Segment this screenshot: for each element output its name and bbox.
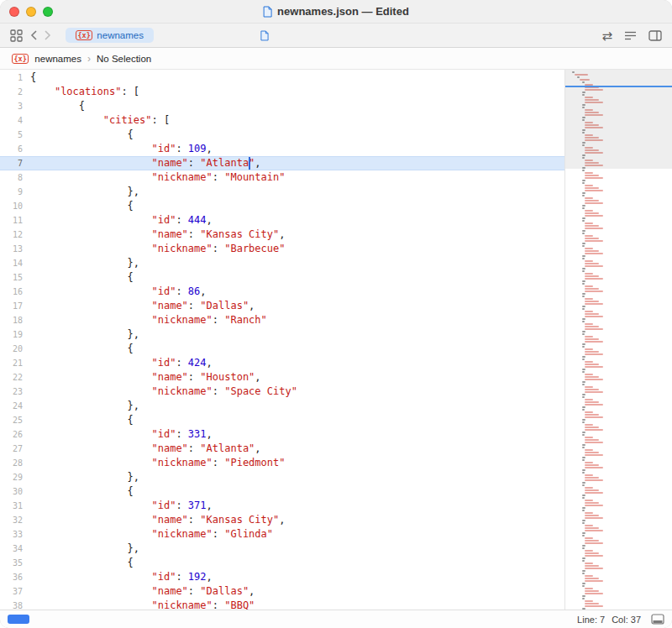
line-number: 31 [0,501,30,510]
line-number: 3 [0,102,30,111]
status-right: Line: 7 Col: 37 [577,614,664,625]
code-line[interactable]: 33 "nickname": "Glinda" [0,527,564,542]
code-line[interactable]: 21 "id": 424, [0,356,564,370]
line-number: 6 [0,144,30,154]
code-line[interactable]: 35 { [0,556,564,570]
code-line[interactable]: 13 "nickname": "Barbecue" [0,242,564,256]
code-line[interactable]: 25 { [0,413,564,427]
editor-area: 1{2 "locations": [3 {4 "cities": [5 {6 "… [0,70,672,610]
column-indicator: Col: 37 [612,615,641,625]
line-number: 25 [0,416,30,425]
line-number: 10 [0,201,30,211]
line-number: 15 [0,273,30,282]
line-number: 35 [0,558,30,568]
line-indicator: Line: 7 [577,615,605,625]
cursor-position: Line: 7 Col: 37 [577,615,641,625]
code-line[interactable]: 28 "nickname": "Piedmont" [0,456,564,470]
code-line[interactable]: 3 { [0,99,564,113]
line-number: 5 [0,130,30,139]
titlebar: newnames.json — Edited [0,0,672,24]
code-line[interactable]: 19 }, [0,327,564,342]
zoom-button[interactable] [43,7,53,17]
code-line[interactable]: 4 "cities": [ [0,113,564,128]
code-line[interactable]: 38 "nickname": "BBQ" [0,599,564,610]
code-line[interactable]: 11 "id": 444, [0,213,564,228]
source-editor[interactable]: 1{2 "locations": [3 {4 "cities": [5 {6 "… [0,70,564,610]
forward-icon[interactable] [45,30,51,40]
code-review-icon[interactable]: ⇄ [601,29,612,42]
minimap-visible-region[interactable] [565,70,672,169]
line-number: 20 [0,344,30,353]
code-line[interactable]: 30 { [0,484,564,499]
code-line[interactable]: 17 "name": "Dallas", [0,299,564,313]
line-number: 33 [0,530,30,539]
minimize-button[interactable] [26,7,36,17]
code-line[interactable]: 23 "nickname": "Space City" [0,385,564,399]
code-line[interactable]: 2 "locations": [ [0,85,564,99]
code-line[interactable]: 32 "name": "Kansas City", [0,513,564,527]
line-number: 38 [0,601,30,610]
code-line[interactable]: 34 }, [0,542,564,556]
tab-overview-icon[interactable] [10,29,23,42]
line-number: 32 [0,515,30,525]
xcode-window: newnames.json — Edited {x} newnames ⇄ [0,0,672,628]
code-line[interactable]: 6 "id": 109, [0,142,564,156]
code-line[interactable]: 18 "nickname": "Ranch" [0,313,564,327]
code-line[interactable]: 29 }, [0,470,564,484]
line-number: 28 [0,458,30,468]
code-line[interactable]: 1{ [0,71,564,85]
line-number: 7 [0,159,30,168]
code-line[interactable]: 5 { [0,128,564,142]
line-number: 24 [0,401,30,411]
adjust-editor-options-icon[interactable] [624,30,637,41]
line-number: 14 [0,259,30,268]
close-button[interactable] [9,7,19,17]
code-line[interactable]: 22 "name": "Houston", [0,370,564,385]
code-line[interactable]: 8 "nickname": "Mountain" [0,170,564,185]
line-number: 2 [0,87,30,97]
line-number: 30 [0,487,30,496]
code-line[interactable]: 36 "id": 192, [0,570,564,584]
code-line[interactable]: 16 "id": 86, [0,285,564,299]
json-file-icon: {x} [12,54,29,64]
code-line[interactable]: 7 "name": "Atlanta", [0,156,564,170]
code-line[interactable]: 37 "name": "Dallas", [0,584,564,599]
jump-bar-selection[interactable]: No Selection [97,54,151,64]
minimap[interactable] [564,70,672,610]
horizontal-scrollbar-thumb[interactable] [8,615,29,624]
jump-bar-file[interactable]: newnames [34,54,81,64]
line-number: 34 [0,544,30,553]
line-number: 29 [0,473,30,482]
code-line[interactable]: 20 { [0,342,564,356]
hide-bottom-bar-icon[interactable] [651,614,664,625]
line-number: 36 [0,573,30,582]
code-line[interactable]: 24 }, [0,399,564,413]
line-number: 13 [0,244,30,254]
code-line[interactable]: 31 "id": 371, [0,499,564,513]
add-editor-icon[interactable] [648,30,662,41]
tab-newnames[interactable]: {x} newnames [66,28,154,43]
line-number: 12 [0,230,30,239]
jump-bar: {x} newnames › No Selection [0,48,672,70]
code-line[interactable]: 26 "id": 331, [0,427,564,442]
line-number: 37 [0,587,30,596]
minimap-current-line-marker [565,86,672,87]
code-line[interactable]: 10 { [0,199,564,213]
traffic-lights [0,7,53,17]
tab-bar-document-icon[interactable] [260,30,269,41]
editor-toolbar-icons: ⇄ [601,29,662,42]
code-line[interactable]: 9 }, [0,185,564,199]
line-number: 16 [0,287,30,296]
text-caret [249,157,250,170]
line-number: 8 [0,173,30,182]
line-number: 17 [0,301,30,311]
line-number: 18 [0,316,30,325]
code-line[interactable]: 14 }, [0,256,564,270]
code-line[interactable]: 27 "name": "Atlanta", [0,442,564,456]
status-bar: Line: 7 Col: 37 [0,610,672,628]
code-line[interactable]: 15 { [0,270,564,285]
code-line[interactable]: 12 "name": "Kansas City", [0,228,564,242]
line-number: 1 [0,73,30,82]
line-number: 9 [0,187,30,196]
back-icon[interactable] [30,30,37,40]
